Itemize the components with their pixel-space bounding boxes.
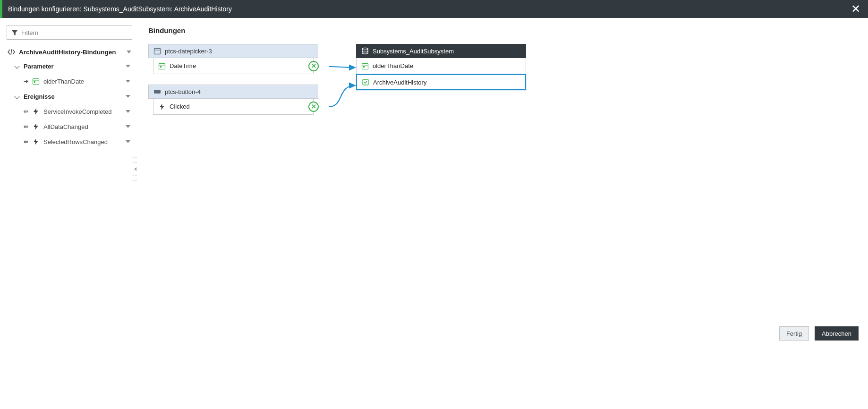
caret-down-icon[interactable] [126, 125, 130, 128]
svg-rect-4 [160, 66, 162, 68]
row-label: ArchiveAuditHistory [373, 79, 520, 86]
bolt-icon [32, 123, 40, 130]
bolt-icon [32, 108, 40, 115]
arrow-left-icon: ⇦ [24, 123, 28, 130]
svg-rect-8 [363, 66, 365, 68]
svg-rect-1 [34, 81, 35, 83]
svg-rect-5 [154, 90, 161, 94]
chevron-down-icon [14, 94, 19, 99]
arrow-right-icon: ➔ [24, 78, 28, 85]
source-card-button[interactable]: ptcs-button-4 Clicked ✕ [148, 85, 318, 115]
button-widget-icon [153, 88, 161, 95]
card-header[interactable]: ptcs-datepicker-3 [148, 44, 318, 58]
svg-rect-7 [362, 63, 368, 69]
filter-input[interactable] [21, 29, 128, 36]
card-header[interactable]: ptcs-button-4 [148, 85, 318, 99]
bindings-stage: ptcs-datepicker-3 DateTime ✕ ptcs-button… [148, 44, 857, 167]
filter-icon [11, 29, 18, 36]
dialog-footer: Fertig Abbrechen [0, 320, 868, 347]
database-icon [361, 47, 369, 55]
card-title: ptcs-button-4 [165, 88, 313, 95]
svg-point-6 [362, 48, 368, 50]
tree-leaf-label: olderThanDate [43, 78, 122, 85]
card-row-datetime[interactable]: DateTime ✕ [153, 58, 314, 74]
remove-binding-icon[interactable]: ✕ [308, 61, 319, 71]
tree-group-parameter[interactable]: Parameter [7, 59, 132, 74]
card-row-clicked[interactable]: Clicked ✕ [153, 99, 314, 115]
filter-input-wrapper[interactable] [7, 26, 132, 40]
dialog-title: Bindungen konfigurieren: Subsystems_Audi… [8, 5, 849, 13]
sidebar-resize-handle[interactable]: ⋮⋮ ⋮⋮ [133, 18, 137, 320]
row-label: olderThanDate [373, 62, 521, 69]
tree-leaf-alldatachanged[interactable]: ⇦ AllDataChanged [7, 119, 132, 134]
collapse-left-icon [134, 167, 136, 171]
bolt-icon [158, 103, 166, 111]
tree-root[interactable]: ArchiveAuditHistory-Bindungen [7, 45, 132, 59]
close-icon[interactable]: ✕ [849, 3, 862, 15]
source-card-datepicker[interactable]: ptcs-datepicker-3 DateTime ✕ [148, 44, 318, 74]
caret-down-icon[interactable] [126, 140, 130, 143]
caret-down-icon[interactable] [126, 80, 130, 83]
tree-leaf-serviceinvokecompleted[interactable]: ⇦ ServiceInvokeCompleted [7, 104, 132, 119]
target-card-subsystem[interactable]: Subsystems_AuditSubsystem olderThanDate … [356, 44, 526, 90]
tree-group-label: Parameter [24, 63, 122, 70]
dialog-header: Bindungen konfigurieren: Subsystems_Audi… [0, 0, 868, 18]
calendar-icon [361, 62, 369, 70]
svg-rect-0 [33, 79, 39, 85]
cancel-button[interactable]: Abbrechen [815, 326, 859, 341]
canvas-heading: Bindungen [148, 26, 857, 34]
tree-leaf-label: ServiceInvokeCompleted [43, 108, 122, 115]
tree-group-ereignisse[interactable]: Ereignisse [7, 89, 132, 104]
done-button[interactable]: Fertig [779, 326, 809, 341]
tree-leaf-selectedrowschanged[interactable]: ⇦ SelectedRowsChanged [7, 134, 132, 149]
card-title: Subsystems_AuditSubsystem [373, 48, 521, 55]
remove-binding-icon[interactable]: ✕ [308, 102, 319, 112]
service-icon [362, 78, 369, 86]
svg-rect-3 [159, 63, 165, 69]
code-icon [8, 48, 15, 56]
caret-down-icon[interactable] [127, 51, 131, 53]
bindings-canvas: Bindungen ptcs-datepicker-3 [137, 18, 868, 320]
card-row-archiveaudithistory[interactable]: ArchiveAuditHistory [356, 74, 526, 90]
arrow-left-icon: ⇦ [24, 108, 28, 115]
caret-down-icon[interactable] [126, 110, 130, 113]
row-label: DateTime [170, 62, 308, 69]
tree-leaf-label: AllDataChanged [43, 123, 122, 130]
tree-root-label: ArchiveAuditHistory-Bindungen [19, 49, 123, 56]
bolt-icon [32, 138, 40, 145]
card-row-olderthandate[interactable]: olderThanDate [356, 58, 526, 74]
sidebar: ArchiveAuditHistory-Bindungen Parameter … [0, 18, 137, 320]
caret-down-icon[interactable] [126, 95, 130, 98]
tree-leaf-olderthandate[interactable]: ➔ olderThanDate [7, 74, 132, 89]
arrow-left-icon: ⇦ [24, 138, 28, 145]
calendar-icon [158, 62, 166, 70]
chevron-down-icon [14, 63, 19, 68]
card-title: ptcs-datepicker-3 [165, 48, 313, 55]
calendar-widget-icon [153, 47, 161, 55]
svg-rect-2 [154, 49, 161, 54]
main-area: ArchiveAuditHistory-Bindungen Parameter … [0, 18, 868, 320]
calendar-icon [32, 77, 40, 85]
row-label: Clicked [170, 103, 308, 110]
card-header[interactable]: Subsystems_AuditSubsystem [356, 44, 526, 58]
tree-group-label: Ereignisse [24, 93, 122, 100]
tree-leaf-label: SelectedRowsChanged [43, 138, 122, 145]
caret-down-icon[interactable] [126, 65, 130, 68]
